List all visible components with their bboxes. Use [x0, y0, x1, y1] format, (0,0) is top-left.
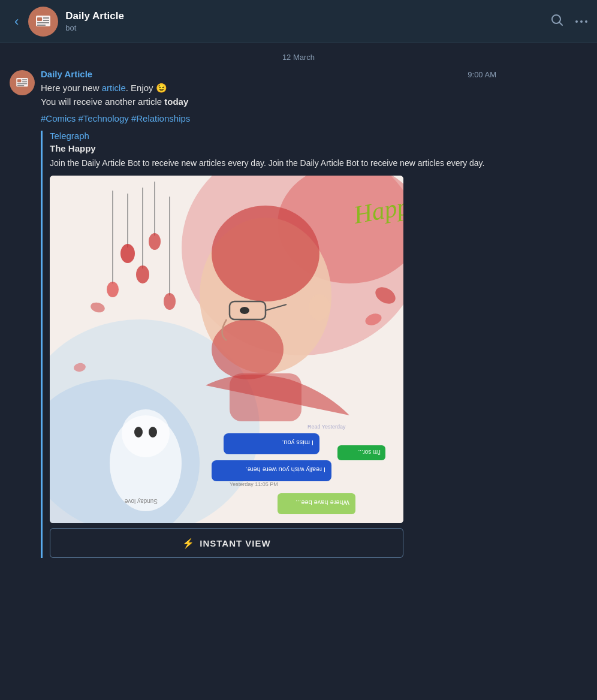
svg-point-45	[149, 427, 157, 437]
back-button[interactable]: ‹	[10, 9, 23, 34]
message-line1-before: Here your new	[41, 83, 102, 93]
svg-point-25	[136, 265, 149, 283]
instant-view-button[interactable]: ⚡ INSTANT VIEW	[50, 528, 403, 558]
svg-point-40	[309, 294, 330, 321]
message-text: Here your new article. Enjoy 😉 You will …	[41, 82, 496, 108]
message-content: Daily Article 9:00 AM Here your new arti…	[41, 69, 496, 565]
lightning-icon: ⚡	[182, 538, 195, 549]
svg-text:I'm sor...: I'm sor...	[358, 449, 381, 455]
svg-rect-11	[22, 82, 27, 83]
article-card: Telegraph The Happy Join the Daily Artic…	[41, 131, 496, 558]
svg-rect-12	[17, 83, 27, 85]
chat-header: ‹ Daily Article bot	[0, 0, 597, 43]
svg-rect-13	[17, 85, 24, 86]
svg-point-29	[164, 293, 176, 310]
article-source[interactable]: Telegraph	[50, 131, 496, 141]
search-icon[interactable]	[550, 13, 563, 29]
chat-area: 12 March Daily Article 9:00 AM Here your…	[0, 43, 597, 582]
svg-rect-3	[43, 20, 49, 21]
message-sender: Daily Article	[41, 69, 92, 79]
message-line2-bold: today	[164, 96, 188, 107]
svg-rect-2	[43, 17, 49, 19]
svg-point-43	[122, 409, 170, 457]
svg-text:I really wish you were here.: I really wish you were here.	[246, 466, 325, 473]
svg-text:Where have bee...: Where have bee...	[296, 499, 349, 506]
svg-text:Sunday love: Sunday love	[125, 498, 158, 505]
message-line1-after: . Enjoy 😉	[126, 83, 167, 93]
bot-avatar	[28, 7, 58, 37]
message-header: Daily Article 9:00 AM	[41, 69, 496, 79]
svg-rect-9	[17, 79, 22, 82]
header-title: Daily Article	[65, 10, 550, 22]
svg-text:Read Yesterday: Read Yesterday	[307, 424, 346, 430]
article-title: The Happy	[50, 143, 496, 153]
svg-rect-4	[37, 22, 49, 23]
svg-rect-1	[37, 17, 42, 21]
svg-point-39	[240, 307, 249, 314]
svg-line-7	[560, 23, 563, 26]
svg-rect-5	[37, 25, 46, 26]
header-actions	[550, 13, 587, 29]
date-divider: 12 March	[10, 43, 587, 69]
header-info: Daily Article bot	[65, 10, 550, 32]
message-avatar	[10, 70, 35, 95]
message-row: Daily Article 9:00 AM Here your new arti…	[10, 69, 587, 565]
svg-text:I miss you.: I miss you.	[282, 439, 313, 446]
svg-rect-10	[22, 79, 27, 80]
svg-point-44	[134, 427, 143, 437]
svg-point-21	[120, 244, 135, 263]
message-time: 9:00 AM	[468, 70, 496, 79]
svg-text:Yesterday 11:05 PM: Yesterday 11:05 PM	[230, 481, 278, 487]
svg-point-23	[149, 233, 161, 250]
more-options-icon[interactable]	[575, 20, 587, 23]
article-link[interactable]: article	[102, 83, 126, 93]
message-line2-before: You will receive another article	[41, 96, 164, 107]
article-description: Join the Daily Article Bot to receive ne…	[50, 157, 496, 170]
header-subtitle: bot	[65, 23, 550, 32]
hashtags[interactable]: #Comics #Technology #Relationships	[41, 113, 496, 123]
svg-point-35	[212, 206, 319, 301]
article-image: Happy	[50, 176, 403, 523]
instant-view-label: INSTANT VIEW	[200, 538, 270, 548]
svg-point-27	[107, 282, 119, 297]
